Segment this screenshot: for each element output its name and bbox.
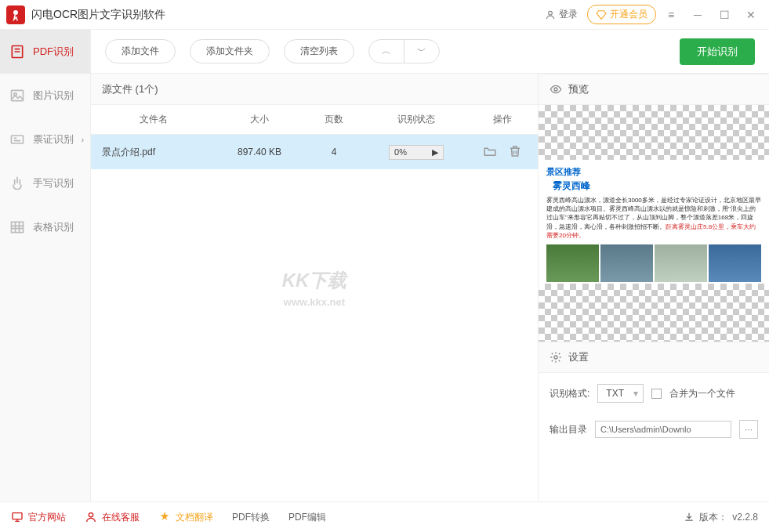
output-label: 输出目录: [550, 423, 587, 436]
sidebar-item-label: 票证识别: [33, 132, 74, 147]
sidebar-item-ticket[interactable]: 票证识别 ›: [0, 118, 90, 161]
ticket-icon: [9, 132, 25, 147]
chevron-right-icon: ›: [82, 136, 84, 144]
format-select[interactable]: TXT: [597, 384, 644, 403]
sidebar-item-label: 表格识别: [33, 220, 74, 234]
svg-point-8: [554, 356, 557, 359]
statusbar: 官方网站 在线客服 文档翻译 PDF转换 PDF编辑 版本： v2.2.8: [0, 501, 769, 532]
cell-name: 景点介绍.pdf: [91, 146, 216, 159]
clear-list-button[interactable]: 清空列表: [284, 39, 354, 63]
sidebar-item-image[interactable]: 图片识别: [0, 74, 90, 118]
svg-rect-5: [12, 136, 24, 143]
start-button[interactable]: 开始识别: [680, 38, 755, 65]
cell-pages: 4: [303, 147, 365, 157]
table-header: 文件名 大小 页数 识别状态 操作: [91, 105, 538, 135]
svg-point-0: [13, 10, 18, 15]
source-header: 源文件 (1个): [91, 74, 538, 105]
diamond-icon: [596, 9, 607, 20]
svg-point-1: [549, 11, 553, 15]
add-folder-button[interactable]: 添加文件夹: [190, 39, 270, 63]
file-panel: 源文件 (1个) 文件名 大小 页数 识别状态 操作 景点介绍.pdf 897.…: [91, 74, 538, 501]
login-button[interactable]: 登录: [539, 5, 584, 24]
sidebar-item-label: 手写识别: [33, 176, 74, 190]
pdf-convert-link[interactable]: PDF转换: [232, 511, 270, 524]
translate-link[interactable]: 文档翻译: [158, 511, 213, 524]
toolbar: 添加文件 添加文件夹 清空列表 ︿ ﹀ 开始识别: [91, 30, 769, 74]
col-size: 大小: [216, 113, 303, 126]
pdf-edit-link[interactable]: PDF编辑: [288, 511, 326, 524]
col-status: 识别状态: [365, 113, 467, 126]
image-icon: [9, 88, 25, 103]
official-site-link[interactable]: 官方网站: [11, 511, 66, 524]
table-icon: [9, 219, 25, 235]
preview-header: 预览: [539, 74, 769, 105]
sidebar-item-table[interactable]: 表格识别: [0, 205, 90, 249]
format-label: 识别格式:: [550, 387, 589, 400]
eye-icon: [550, 83, 562, 96]
cell-ops: [467, 144, 538, 161]
sidebar-item-label: 图片识别: [33, 89, 74, 103]
sidebar-item-pdf[interactable]: PDF识别: [0, 30, 90, 74]
gear-icon: [550, 351, 562, 364]
minimize-button[interactable]: ─: [686, 3, 709, 27]
output-path[interactable]: C:\Users\admin\Downlo: [595, 421, 731, 438]
move-up-button[interactable]: ︿: [369, 40, 404, 63]
browse-button[interactable]: ···: [739, 420, 758, 439]
cell-size: 897.40 KB: [216, 147, 303, 157]
support-link[interactable]: 在线客服: [85, 511, 140, 524]
vip-label: 开通会员: [610, 8, 647, 21]
reorder-group: ︿ ﹀: [368, 39, 440, 63]
merge-checkbox[interactable]: [651, 389, 662, 399]
user-icon: [545, 9, 556, 20]
sidebar: PDF识别 图片识别 票证识别 › 手写识别 表格识别: [0, 30, 91, 501]
app-title: 闪电OCR图片文字识别软件: [31, 8, 539, 22]
login-label: 登录: [559, 8, 578, 21]
preview-document: 景区推荐 雾灵西峰 雾灵西峰高山漂水，漂道全长3000多米，是经过专家论证设计，…: [539, 160, 769, 284]
close-button[interactable]: ✕: [739, 3, 763, 27]
hand-icon: [9, 176, 25, 191]
settings-title: 设置: [568, 350, 589, 364]
cell-status: 0% ▶: [365, 145, 467, 160]
table-row[interactable]: 景点介绍.pdf 897.40 KB 4 0% ▶: [91, 135, 538, 169]
headset-icon: [85, 511, 97, 523]
preview-checker-top: [539, 105, 769, 160]
app-logo: [6, 5, 25, 24]
menu-button[interactable]: ≡: [659, 3, 683, 27]
settings-header: 设置: [539, 342, 769, 373]
right-panel: 预览 景区推荐 雾灵西峰 雾灵西峰高山漂水，漂道全长3000多米，是经过专家论证…: [538, 74, 769, 501]
titlebar: 闪电OCR图片文字识别软件 登录 开通会员 ≡ ─ ☐ ✕: [0, 0, 769, 30]
svg-rect-9: [13, 513, 22, 519]
svg-rect-3: [12, 90, 24, 100]
preview-checker-bottom: [539, 284, 769, 342]
delete-button[interactable]: [508, 144, 522, 161]
monitor-icon: [11, 511, 24, 523]
vip-button[interactable]: 开通会员: [587, 5, 656, 24]
move-down-button[interactable]: ﹀: [404, 40, 439, 63]
preview-title: 预览: [568, 82, 589, 96]
download-icon: [684, 512, 695, 523]
sidebar-item-label: PDF识别: [33, 45, 74, 59]
sidebar-item-handwrite[interactable]: 手写识别: [0, 161, 90, 205]
col-pages: 页数: [303, 113, 365, 126]
translate-icon: [158, 511, 171, 523]
play-icon: ▶: [432, 147, 438, 157]
pdf-icon: [9, 44, 25, 60]
maximize-button[interactable]: ☐: [713, 3, 736, 27]
watermark: KK下载 www.kkx.net: [282, 268, 347, 308]
add-file-button[interactable]: 添加文件: [105, 39, 176, 63]
merge-label: 合并为一个文件: [669, 387, 735, 400]
svg-point-7: [554, 88, 557, 91]
svg-point-10: [89, 513, 92, 517]
col-ops: 操作: [467, 113, 538, 126]
preview-thumbnails: [546, 244, 761, 282]
svg-rect-6: [12, 222, 24, 232]
version-info[interactable]: 版本： v2.2.8: [684, 511, 758, 524]
open-folder-button[interactable]: [483, 144, 497, 161]
progress-indicator: 0% ▶: [389, 145, 444, 160]
col-name: 文件名: [91, 113, 216, 126]
settings-body: 识别格式: TXT 合并为一个文件 输出目录 C:\Users\admin\Do…: [539, 373, 769, 501]
preview-box: 景区推荐 雾灵西峰 雾灵西峰高山漂水，漂道全长3000多米，是经过专家论证设计，…: [539, 105, 769, 342]
